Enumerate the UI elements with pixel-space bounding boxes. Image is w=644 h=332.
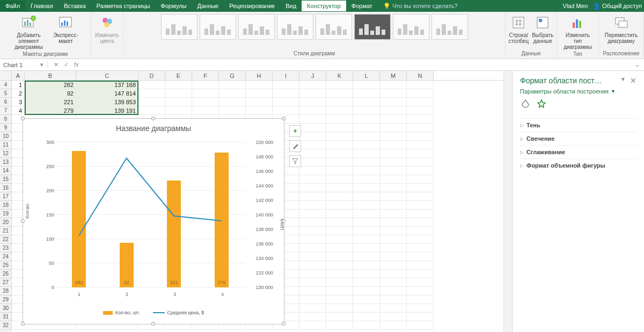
cell[interactable]	[326, 304, 353, 313]
row-header[interactable]: 28	[0, 287, 12, 295]
cell[interactable]	[353, 261, 380, 270]
cell[interactable]	[380, 158, 407, 167]
cell[interactable]	[353, 184, 380, 192]
select-data-button[interactable]: Выбрать данные	[532, 14, 553, 44]
col-header[interactable]: M	[380, 71, 407, 80]
chart-style-3[interactable]	[238, 14, 275, 40]
enter-icon[interactable]: ✓	[64, 61, 69, 68]
cell[interactable]	[407, 295, 434, 304]
col-header[interactable]: L	[353, 71, 380, 80]
chart-style-6[interactable]	[354, 14, 391, 40]
cell[interactable]	[299, 270, 326, 278]
cell[interactable]	[299, 252, 326, 261]
plot-area[interactable]: 28292221279	[55, 142, 245, 287]
col-header[interactable]: A	[12, 71, 25, 80]
cell[interactable]	[407, 218, 434, 227]
row-header[interactable]: 10	[0, 132, 12, 141]
cell[interactable]	[353, 106, 380, 115]
cell[interactable]: 1	[12, 81, 25, 89]
cell[interactable]	[326, 184, 353, 192]
chart-object[interactable]: Название диаграммы Кол-во Цена 050100150…	[23, 118, 284, 324]
row-header[interactable]: 4	[0, 81, 12, 89]
cell[interactable]	[380, 81, 407, 89]
cell[interactable]	[407, 89, 434, 98]
cell[interactable]	[407, 278, 434, 287]
col-header[interactable]: K	[326, 71, 353, 80]
panel-subtitle[interactable]: Параметры области построения	[520, 88, 609, 95]
cell[interactable]	[407, 321, 434, 330]
cell[interactable]	[326, 175, 353, 184]
cell[interactable]	[353, 124, 380, 132]
cell[interactable]	[246, 89, 273, 98]
cell[interactable]: 221	[25, 98, 76, 106]
cell[interactable]	[353, 278, 380, 287]
cell[interactable]	[407, 304, 434, 313]
cell[interactable]	[353, 141, 380, 149]
col-header[interactable]: G	[219, 71, 246, 80]
cell[interactable]: 2	[12, 89, 25, 98]
panel-item[interactable]: ▷Тень	[520, 118, 636, 132]
cell[interactable]	[380, 149, 407, 158]
cell[interactable]	[299, 201, 326, 210]
cell[interactable]	[299, 141, 326, 149]
cell[interactable]	[326, 167, 353, 175]
select-all-corner[interactable]	[0, 71, 12, 81]
cell[interactable]	[299, 218, 326, 227]
panel-item[interactable]: ▷Свечение	[520, 132, 636, 145]
cell[interactable]	[273, 106, 299, 115]
panel-close-icon[interactable]: ✕	[630, 76, 636, 85]
cell[interactable]	[299, 81, 326, 89]
col-header[interactable]: J	[299, 71, 326, 80]
cell[interactable]	[407, 124, 434, 132]
cell[interactable]: 147 814	[76, 89, 138, 98]
cell[interactable]	[299, 287, 326, 295]
cell[interactable]	[380, 235, 407, 244]
cell[interactable]	[138, 89, 165, 98]
cell[interactable]	[219, 81, 246, 89]
cell[interactable]	[138, 98, 165, 106]
chart-style-8[interactable]	[431, 14, 468, 40]
user-name[interactable]: Vlad Men	[563, 3, 588, 9]
cell[interactable]	[407, 106, 434, 115]
col-header[interactable]: B	[25, 71, 76, 80]
cell[interactable]: 3	[12, 98, 25, 106]
tell-me[interactable]: 💡 Что вы хотите сделать?	[383, 3, 458, 10]
row-header[interactable]: 14	[0, 167, 12, 175]
cell[interactable]	[326, 313, 353, 321]
cell[interactable]	[326, 227, 353, 235]
row-header[interactable]: 17	[0, 192, 12, 201]
cell[interactable]: 139 191	[76, 106, 138, 115]
cell[interactable]	[380, 252, 407, 261]
cell[interactable]	[407, 149, 434, 158]
cell[interactable]	[380, 321, 407, 330]
express-layout-button[interactable]: Экспресс-макет	[51, 14, 81, 44]
cell[interactable]: 137 168	[76, 81, 138, 89]
col-header[interactable]: N	[407, 71, 434, 80]
cell[interactable]	[299, 321, 326, 330]
cell[interactable]	[380, 89, 407, 98]
chart-elements-button[interactable]: +	[289, 125, 301, 137]
cell[interactable]	[165, 98, 192, 106]
cell[interactable]	[407, 287, 434, 295]
vertical-scrollbar[interactable]	[503, 71, 512, 332]
cell[interactable]	[353, 244, 380, 252]
cell[interactable]	[380, 124, 407, 132]
cell[interactable]	[353, 149, 380, 158]
cell[interactable]	[380, 244, 407, 252]
effects-icon[interactable]	[536, 99, 547, 112]
change-colors-button[interactable]: Изменить цвета	[95, 14, 119, 44]
cell[interactable]	[353, 295, 380, 304]
cell[interactable]	[380, 115, 407, 124]
cell[interactable]	[407, 210, 434, 218]
cell[interactable]	[299, 115, 326, 124]
cell[interactable]	[326, 81, 353, 89]
cell[interactable]	[353, 270, 380, 278]
col-header[interactable]: F	[192, 71, 219, 80]
row-header[interactable]: 12	[0, 149, 12, 158]
cell[interactable]	[326, 141, 353, 149]
cell[interactable]	[326, 192, 353, 201]
chart-style-4[interactable]	[277, 14, 313, 40]
cell[interactable]	[353, 227, 380, 235]
chart-title[interactable]: Название диаграммы	[23, 119, 284, 136]
cell[interactable]: 139 853	[76, 98, 138, 106]
